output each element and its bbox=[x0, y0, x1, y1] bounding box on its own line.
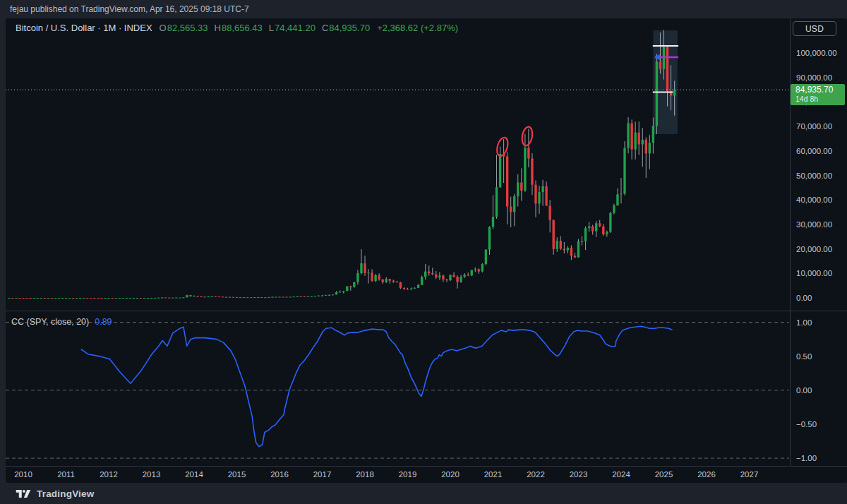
price-tick-label: 20,000.00 bbox=[796, 245, 832, 253]
footer-bar: TradingView bbox=[0, 483, 847, 504]
red-ellipse-annotation[interactable] bbox=[521, 126, 534, 146]
year-label: 2017 bbox=[313, 470, 332, 479]
indicator-tick-label: −0.50 bbox=[796, 420, 817, 428]
indicator-value: 0.89 bbox=[95, 317, 112, 327]
ohlc-legend: O82,565.33H88,656.43L74,441.20C84,935.70 bbox=[160, 23, 371, 33]
year-label: 2027 bbox=[740, 470, 759, 479]
year-label: 2014 bbox=[185, 470, 203, 479]
ohlc-item: L74,441.20 bbox=[269, 23, 316, 33]
year-label: 2015 bbox=[228, 470, 246, 479]
ohlc-item: H88,656.43 bbox=[215, 23, 263, 33]
year-label: 2010 bbox=[14, 470, 32, 479]
price-tick-label: 90,000.00 bbox=[796, 73, 832, 82]
last-price-value: 84,935.70 bbox=[795, 85, 845, 95]
price-pane[interactable] bbox=[6, 30, 789, 299]
price-tick-label: 60,000.00 bbox=[796, 147, 832, 155]
candlestick-series[interactable] bbox=[8, 30, 675, 299]
ohlc-item: C84,935.70 bbox=[322, 23, 370, 33]
indicator-legend-row: CC (SPY, close, 20) 0.89 bbox=[11, 317, 112, 327]
indicator-tick-label: 0.50 bbox=[796, 352, 812, 361]
ohlc-item: O82,565.33 bbox=[160, 23, 208, 33]
year-label: 2025 bbox=[655, 470, 673, 479]
bar-countdown: 14d 8h bbox=[795, 95, 845, 103]
currency-unit-button[interactable]: USD bbox=[793, 21, 836, 36]
correlation-line bbox=[81, 326, 672, 446]
year-label: 2021 bbox=[484, 470, 503, 479]
year-label: 2012 bbox=[100, 470, 118, 479]
price-tick-label: 70,000.00 bbox=[796, 122, 832, 131]
year-label: 2026 bbox=[697, 470, 716, 479]
change-value: +2,368.62 (+2.87%) bbox=[377, 23, 458, 33]
year-label: 2011 bbox=[57, 470, 75, 479]
tradingview-logo-icon[interactable] bbox=[16, 488, 31, 499]
chart-legend-row: Bitcoin / U.S. Dollar · 1M · INDEX O82,5… bbox=[16, 22, 458, 33]
year-label: 2024 bbox=[612, 470, 630, 479]
indicator-tick-label: −1.00 bbox=[796, 454, 817, 462]
price-tick-label: 0.00 bbox=[796, 294, 812, 302]
indicator-title: CC (SPY, close, 20) bbox=[11, 317, 89, 327]
year-label: 2019 bbox=[399, 470, 417, 479]
price-tick-label: 30,000.00 bbox=[796, 220, 832, 229]
symbol-title: Bitcoin / U.S. Dollar · 1M · INDEX bbox=[16, 23, 152, 33]
price-tick-label: 100,000.00 bbox=[796, 49, 837, 57]
year-label: 2023 bbox=[570, 470, 588, 479]
year-label: 2020 bbox=[441, 470, 459, 479]
tradingview-brand-text[interactable]: TradingView bbox=[37, 488, 94, 499]
year-label: 2013 bbox=[143, 470, 161, 479]
year-label: 2022 bbox=[527, 470, 545, 479]
correlation-pane[interactable] bbox=[6, 323, 789, 459]
indicator-tick-label: 0.00 bbox=[796, 386, 812, 395]
chart-canvas[interactable] bbox=[0, 0, 847, 504]
price-tick-label: 10,000.00 bbox=[796, 269, 832, 277]
year-label: 2018 bbox=[356, 470, 374, 479]
year-label: 2016 bbox=[270, 470, 289, 479]
price-tick-label: 40,000.00 bbox=[796, 196, 832, 204]
price-tick-label: 50,000.00 bbox=[796, 172, 832, 180]
indicator-tick-label: 1.00 bbox=[796, 318, 812, 327]
last-price-badge: 84,935.70 14d 8h bbox=[791, 84, 845, 105]
